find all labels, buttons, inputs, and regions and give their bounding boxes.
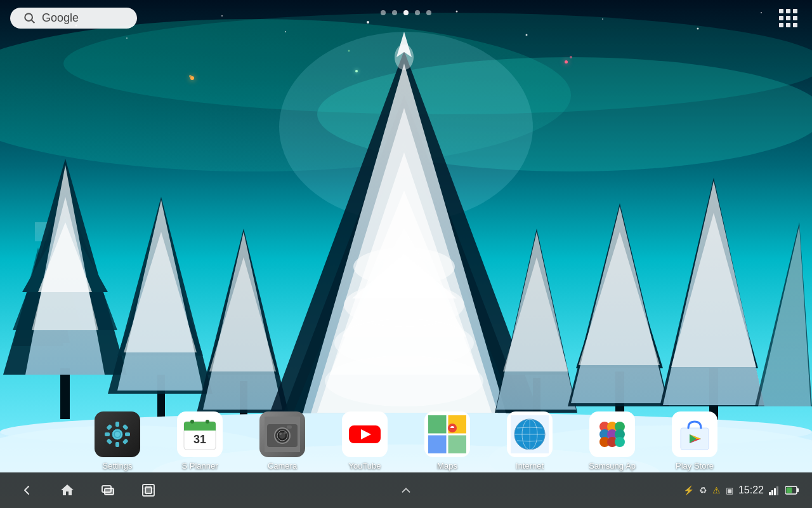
recycle-icon: ♻ [699,485,707,495]
svg-point-103 [279,432,282,435]
top-bar: Google [0,0,812,36]
svg-rect-81 [115,442,119,447]
svg-rect-149 [774,488,776,495]
svg-rect-150 [776,486,778,495]
youtube-icon-img [342,411,388,457]
screenshot-button[interactable] [134,476,162,504]
app-camera[interactable]: Camera [241,406,324,476]
sparkle [355,70,358,72]
sparkle [565,60,568,64]
alert-icon: ⚠ [712,485,721,495]
search-icon [23,11,36,24]
svg-point-89 [115,432,120,437]
svg-rect-87 [122,438,129,444]
maps-label: Maps [437,461,457,471]
svg-rect-148 [771,490,773,495]
signal-icon [769,485,780,496]
page-dot-2[interactable] [392,10,397,15]
up-icon [399,483,413,497]
nav-left-buttons [13,476,162,504]
svg-rect-108 [428,415,447,434]
app-splanner[interactable]: 31 S Planner [159,406,241,476]
nav-center [392,476,420,504]
up-button[interactable] [392,476,420,504]
status-bar-right: ⚡ ♻ ⚠ ▣ 15:22 [683,485,799,496]
svg-point-54 [395,44,414,70]
samsung-icon-img [589,411,635,457]
internet-icon-img [507,411,553,457]
svg-rect-152 [797,488,799,492]
app-maps[interactable]: Maps [406,406,488,476]
home-button[interactable] [53,476,81,504]
svg-rect-153 [787,488,792,493]
splanner-label: S Planner [181,461,218,471]
svg-point-94 [206,420,209,424]
settings-label: Settings [103,461,133,471]
svg-point-132 [615,437,625,447]
playstore-icon-img [672,411,717,457]
back-icon [19,483,34,498]
svg-rect-85 [122,424,129,430]
svg-rect-110 [428,434,447,453]
google-search-bar[interactable]: Google [10,8,137,29]
scene-svg [0,0,812,473]
google-label: Google [42,11,79,25]
app-youtube[interactable]: YouTube [324,406,406,476]
svg-point-52 [325,356,483,406]
sd-icon: ▣ [726,486,733,495]
usb-icon: ⚡ [683,485,694,495]
svg-point-16 [570,56,572,58]
svg-rect-86 [106,438,112,444]
svg-rect-80 [115,422,119,427]
svg-rect-140 [105,488,114,495]
screenshot-icon [141,483,156,498]
svg-rect-147 [769,492,771,495]
page-dot-5[interactable] [426,10,431,15]
page-dot-1[interactable] [381,10,386,15]
svg-point-12 [126,37,128,39]
internet-label: Internet [516,461,544,471]
page-dots [381,10,431,15]
recents-button[interactable] [94,476,122,504]
page-dot-3[interactable] [403,10,409,15]
svg-point-49 [353,248,455,286]
app-dock: Settings 31 S Planner [0,409,812,472]
svg-point-17 [348,50,350,52]
maps-icon-img [424,411,470,457]
svg-text:31: 31 [193,433,206,446]
samsung-label: Samsung Ap [589,461,636,471]
settings-icon-img [95,411,140,457]
app-samsung[interactable]: Samsung Ap [571,406,653,476]
svg-rect-92 [184,428,216,431]
svg-rect-83 [125,432,130,436]
svg-point-93 [190,420,194,424]
recents-icon [100,483,115,498]
home-icon [60,483,75,498]
svg-rect-111 [447,434,466,453]
svg-rect-84 [106,424,112,430]
grid-icon [779,9,797,27]
nav-bar: ⚡ ♻ ⚠ ▣ 15:22 [0,472,812,508]
battery-icon [785,486,799,495]
back-button[interactable] [13,476,41,504]
svg-rect-82 [105,432,110,436]
app-settings[interactable]: Settings [76,406,159,476]
time-display: 15:22 [738,485,764,496]
camera-label: Camera [268,461,297,471]
youtube-label: YouTube [348,461,381,471]
svg-line-78 [32,20,35,23]
svg-rect-142 [145,487,152,493]
sparkle [190,76,194,80]
svg-rect-102 [287,425,292,429]
page-dot-4[interactable] [415,10,420,15]
app-internet[interactable]: Internet [488,406,571,476]
svg-point-77 [25,13,32,21]
camera-icon-img [259,411,305,457]
playstore-label: Play Store [676,461,714,471]
all-apps-button[interactable] [774,4,802,32]
app-playstore[interactable]: Play Store [653,406,736,476]
svg-point-101 [284,432,286,434]
splanner-icon-img: 31 [177,411,223,457]
